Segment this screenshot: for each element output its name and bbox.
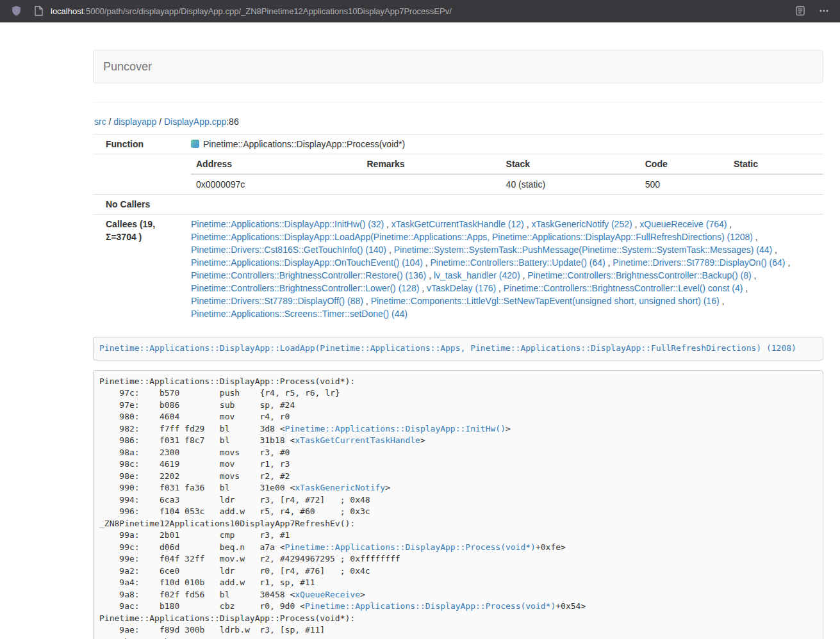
content-container: Puncover src / displayapp / DisplayApp.c… — [93, 50, 823, 639]
url-host: localhost — [51, 6, 83, 16]
callee-link[interactable]: Pinetime::Drivers::St7789::DisplayOff() … — [191, 296, 363, 306]
column-stack: Stack — [501, 154, 640, 174]
brand-link[interactable]: Puncover — [103, 60, 152, 74]
callee-link[interactable]: xQueueReceive (764) — [639, 219, 727, 229]
callee-link[interactable]: Pinetime::Controllers::BrightnessControl… — [191, 270, 426, 280]
column-static: Static — [729, 154, 823, 174]
callee-link[interactable]: xTaskGetCurrentTaskHandle (12) — [391, 219, 524, 229]
breadcrumb-separator: / — [156, 117, 164, 127]
navbar: Puncover — [93, 50, 823, 83]
column-code: Code — [640, 154, 729, 174]
stack-value: 40 (static) — [501, 174, 640, 194]
breadcrumb-separator: / — [106, 117, 114, 127]
callee-link[interactable]: Pinetime::Controllers::BrightnessControl… — [527, 270, 751, 280]
callee-link[interactable]: xTaskGenericNotify (252) — [531, 219, 632, 229]
symbol-table: Function Pinetime::Applications::Display… — [93, 134, 823, 323]
url-bar[interactable]: localhost:5000/path/src/displayapp/Displ… — [51, 6, 786, 16]
breadcrumb-file[interactable]: DisplayApp.cpp — [164, 117, 226, 127]
callee-link[interactable]: vTaskDelay (176) — [427, 283, 496, 293]
breadcrumb: src / displayapp / DisplayApp.cpp:86 — [94, 115, 823, 128]
highlighted-symbol-box: Pinetime::Applications::DisplayApp::Load… — [93, 337, 823, 360]
breadcrumb-displayapp[interactable]: displayapp — [113, 117, 156, 127]
remarks-value — [361, 174, 500, 194]
code-symbol-link[interactable]: xTaskGetCurrentTaskHandle — [295, 435, 420, 445]
no-callers-label: No Callers — [93, 195, 186, 214]
callee-link[interactable]: Pinetime::Applications::DisplayApp::Load… — [191, 232, 753, 242]
page-icon[interactable] — [31, 4, 45, 18]
callee-link[interactable]: Pinetime::System::SystemTask::PushMessag… — [394, 245, 773, 255]
code-symbol-link[interactable]: Pinetime::Applications::DisplayApp::Proc… — [285, 542, 536, 552]
shield-icon-svg — [11, 5, 22, 17]
highlighted-symbol-link[interactable]: Pinetime::Applications::DisplayApp::Load… — [99, 343, 796, 353]
callee-link[interactable]: Pinetime::Applications::Screens::Timer::… — [191, 309, 408, 319]
reader-view-icon-svg — [795, 6, 805, 16]
function-name: Pinetime::Applications::DisplayApp::Proc… — [203, 139, 405, 149]
code-symbol-link[interactable]: xTaskGenericNotify — [295, 483, 385, 492]
code-symbol-link[interactable]: Pinetime::Applications::DisplayApp::Init… — [285, 424, 506, 433]
address-value: 0x0000097c — [191, 174, 361, 194]
callee-link[interactable]: Pinetime::Drivers::St7789::DisplayOn() (… — [613, 257, 785, 268]
details-row-label — [93, 154, 186, 195]
callers-list — [186, 195, 823, 214]
callee-link[interactable]: Pinetime::Controllers::Battery::Update()… — [431, 257, 605, 268]
page-icon-svg — [34, 6, 43, 16]
url-path: :5000/path/src/displayapp/DisplayApp.cpp… — [83, 6, 452, 16]
callee-link[interactable]: Pinetime::Drivers::Cst816S::GetTouchInfo… — [191, 245, 386, 255]
code-symbol-link[interactable]: xQueueReceive — [295, 590, 360, 599]
static-value — [729, 174, 823, 194]
code-size-value: 500 — [640, 174, 729, 194]
code-symbol-link[interactable]: Pinetime::Applications::DisplayApp::Proc… — [305, 601, 556, 611]
page: Puncover src / displayapp / DisplayApp.c… — [0, 22, 840, 639]
meatball-menu-icon[interactable] — [817, 4, 831, 18]
divider — [93, 102, 823, 102]
shield-icon[interactable] — [9, 4, 23, 18]
callee-link[interactable]: Pinetime::Applications::DisplayApp::OnTo… — [191, 257, 423, 268]
no-callers-row: No Callers — [93, 195, 823, 214]
column-remarks: Remarks — [361, 154, 500, 174]
breadcrumb-line-number: :86 — [226, 117, 238, 127]
disassembly: Pinetime::Applications::DisplayApp::Proc… — [93, 370, 823, 639]
callees-label: Callees (19, Σ=3704 ) — [93, 214, 186, 324]
callee-link[interactable]: Pinetime::Controllers::BrightnessControl… — [191, 283, 419, 293]
reader-view-icon[interactable] — [793, 4, 807, 18]
details-header-row: Address Remarks Stack Code Static — [191, 154, 823, 174]
callee-link[interactable]: lv_task_handler (420) — [434, 270, 520, 280]
function-type-icon — [191, 140, 199, 148]
callee-link[interactable]: Pinetime::Applications::DisplayApp::Init… — [191, 219, 384, 229]
details-values-row: 0x0000097c 40 (static) 500 — [191, 174, 823, 194]
column-address: Address — [191, 154, 361, 174]
callees-list: Pinetime::Applications::DisplayApp::Init… — [186, 214, 823, 324]
callee-link[interactable]: Pinetime::Controllers::BrightnessControl… — [504, 283, 743, 293]
symbol-details-table: Address Remarks Stack Code Static 0x0000… — [191, 154, 823, 194]
meatball-menu-icon-svg — [819, 6, 829, 16]
function-row: Function Pinetime::Applications::Display… — [93, 134, 823, 154]
details-row: Address Remarks Stack Code Static 0x0000… — [93, 154, 823, 195]
browser-toolbar: localhost:5000/path/src/displayapp/Displ… — [0, 0, 840, 22]
breadcrumb-src[interactable]: src — [94, 117, 106, 127]
callee-link[interactable]: Pinetime::Components::LittleVgl::SetNewT… — [371, 296, 720, 306]
callees-row: Callees (19, Σ=3704 ) Pinetime::Applicat… — [93, 214, 823, 324]
function-label: Function — [93, 134, 186, 154]
